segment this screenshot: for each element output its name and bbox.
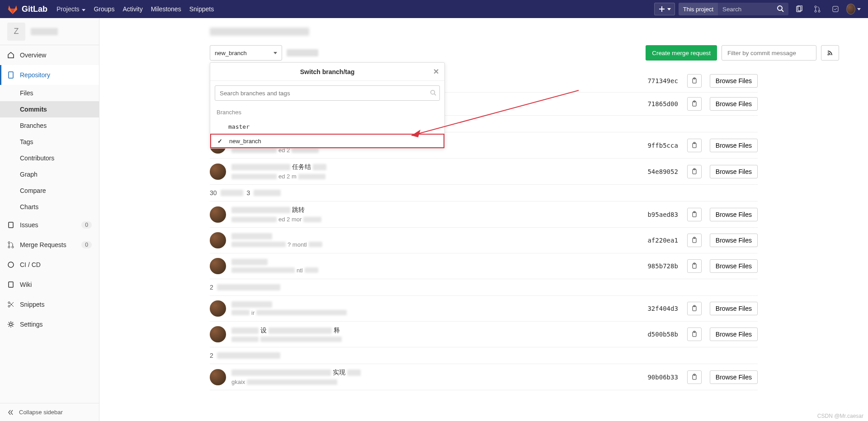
sidebar-sub-charts[interactable]: Charts xyxy=(0,199,99,215)
merge-icon xyxy=(814,5,821,13)
project-header[interactable]: Z xyxy=(0,18,99,45)
author-avatar[interactable] xyxy=(210,369,226,385)
browse-files-button[interactable]: Browse Files xyxy=(710,139,758,152)
rss-button[interactable] xyxy=(821,45,839,61)
nav-projects[interactable]: Projects xyxy=(57,5,85,13)
sidebar-item-wiki[interactable]: Wiki xyxy=(0,275,99,295)
home-icon xyxy=(7,51,14,59)
commit-sha: 32f404d3 xyxy=(647,305,678,312)
commit-row: ? montl af220ea1 Browse Files xyxy=(210,228,758,253)
svg-point-11 xyxy=(12,246,14,248)
svg-point-14 xyxy=(8,302,10,304)
copy-sha-button[interactable] xyxy=(687,97,702,111)
sidebar-sub-commits[interactable]: Commits xyxy=(0,101,99,117)
sidebar-item-snippets[interactable]: Snippets xyxy=(0,295,99,314)
mr-count-badge: 0 xyxy=(81,241,92,248)
copy-sha-button[interactable] xyxy=(687,259,702,273)
clipboard-icon xyxy=(691,168,698,175)
search-input[interactable] xyxy=(718,3,772,15)
browse-files-button[interactable]: Browse Files xyxy=(710,74,758,88)
dropdown-search-input[interactable] xyxy=(215,85,440,101)
author-avatar[interactable] xyxy=(210,164,226,180)
book-icon xyxy=(7,281,14,288)
author-avatar[interactable] xyxy=(210,232,226,248)
nav-milestones[interactable]: Milestones xyxy=(151,5,181,13)
filter-commits-input[interactable] xyxy=(722,45,816,61)
check-icon: ✓ xyxy=(217,138,222,145)
sidebar-sub-contributors[interactable]: Contributors xyxy=(0,150,99,166)
svg-point-15 xyxy=(8,305,10,307)
copy-sha-button[interactable] xyxy=(687,370,702,384)
user-menu[interactable] xyxy=(846,2,861,16)
clipboard-icon xyxy=(691,262,698,270)
search-icon xyxy=(777,5,784,12)
sidebar-item-repository[interactable]: Repository xyxy=(0,65,99,85)
sidebar-sub-branches[interactable]: Branches xyxy=(0,117,99,134)
collapse-sidebar[interactable]: Collapse sidebar xyxy=(0,403,99,421)
breadcrumb-redacted xyxy=(210,28,309,36)
gitlab-logo-icon xyxy=(7,4,18,14)
doc-icon xyxy=(7,71,14,79)
svg-rect-13 xyxy=(9,282,13,287)
sidebar-sub-compare[interactable]: Compare xyxy=(0,182,99,199)
sidebar-item-merge-requests[interactable]: Merge Requests0 xyxy=(0,235,99,255)
svg-point-0 xyxy=(778,6,782,10)
issues-count-badge: 0 xyxy=(81,221,92,229)
author-avatar[interactable] xyxy=(210,258,226,274)
dropdown-section-branches: Branches xyxy=(210,105,444,119)
watermark: CSDN @Mr.caesar xyxy=(817,413,863,419)
sidebar-item-settings[interactable]: Settings xyxy=(0,314,99,334)
browse-files-button[interactable]: Browse Files xyxy=(710,97,758,111)
search-button[interactable] xyxy=(772,5,788,14)
sidebar-item-overview[interactable]: Overview xyxy=(0,45,99,65)
author-avatar[interactable] xyxy=(210,326,226,342)
copy-sha-button[interactable] xyxy=(687,74,702,88)
branch-dropdown-toggle[interactable]: new_branch xyxy=(210,45,282,61)
copy-sha-button[interactable] xyxy=(687,139,702,152)
dropdown-title: Switch branch/tag ✕ xyxy=(210,63,444,81)
sidebar-sub-graph[interactable]: Graph xyxy=(0,166,99,182)
browse-files-button[interactable]: Browse Files xyxy=(710,370,758,384)
search-scope[interactable]: This project xyxy=(679,3,718,15)
close-icon[interactable]: ✕ xyxy=(433,67,439,76)
nav-activity[interactable]: Activity xyxy=(123,5,142,13)
branch-option-master[interactable]: master xyxy=(210,119,444,134)
svg-point-9 xyxy=(8,242,10,243)
clipboard-icon xyxy=(691,237,698,244)
browse-files-button[interactable]: Browse Files xyxy=(710,165,758,178)
commit-row: ntl 985b728b Browse Files xyxy=(210,253,758,279)
commit-row: 任务结 ed 2 m 54e89052 Browse Files xyxy=(210,159,758,185)
svg-point-5 xyxy=(818,10,820,12)
sidebar-item-cicd[interactable]: CI / CD xyxy=(0,255,99,275)
avatar-icon xyxy=(846,4,855,14)
new-dropdown-button[interactable] xyxy=(654,3,675,15)
sidebar-item-issues[interactable]: Issues0 xyxy=(0,215,99,235)
copy-sha-button[interactable] xyxy=(687,165,702,178)
nav-groups[interactable]: Groups xyxy=(94,5,114,13)
browse-files-button[interactable]: Browse Files xyxy=(710,234,758,247)
sidebar-sub-files[interactable]: Files xyxy=(0,85,99,101)
copy-sha-button[interactable] xyxy=(687,302,702,315)
svg-point-4 xyxy=(815,10,816,12)
create-merge-request-button[interactable]: Create merge request xyxy=(646,45,717,61)
commit-row: ir 32f404d3 Browse Files xyxy=(210,296,758,322)
author-avatar[interactable] xyxy=(210,206,226,223)
browse-files-button[interactable]: Browse Files xyxy=(710,259,758,273)
svg-point-17 xyxy=(828,54,829,56)
browse-files-button[interactable]: Browse Files xyxy=(710,327,758,341)
clipboard-icon xyxy=(691,211,698,218)
nav-snippets[interactable]: Snippets xyxy=(189,5,214,13)
copy-sha-button[interactable] xyxy=(687,208,702,221)
author-avatar[interactable] xyxy=(210,300,226,317)
merge-requests-shortcut[interactable] xyxy=(810,2,825,16)
copy-sha-button[interactable] xyxy=(687,327,702,341)
branch-option-new-branch[interactable]: ✓ new_branch xyxy=(210,134,444,148)
copy-sha-button[interactable] xyxy=(687,234,702,247)
chevron-down-icon xyxy=(274,52,277,54)
browse-files-button[interactable]: Browse Files xyxy=(710,208,758,221)
sidebar-sub-tags[interactable]: Tags xyxy=(0,134,99,150)
chevron-left-icon xyxy=(7,409,14,416)
todos-shortcut[interactable] xyxy=(828,2,843,16)
browse-files-button[interactable]: Browse Files xyxy=(710,302,758,315)
issues-shortcut[interactable] xyxy=(792,2,807,16)
